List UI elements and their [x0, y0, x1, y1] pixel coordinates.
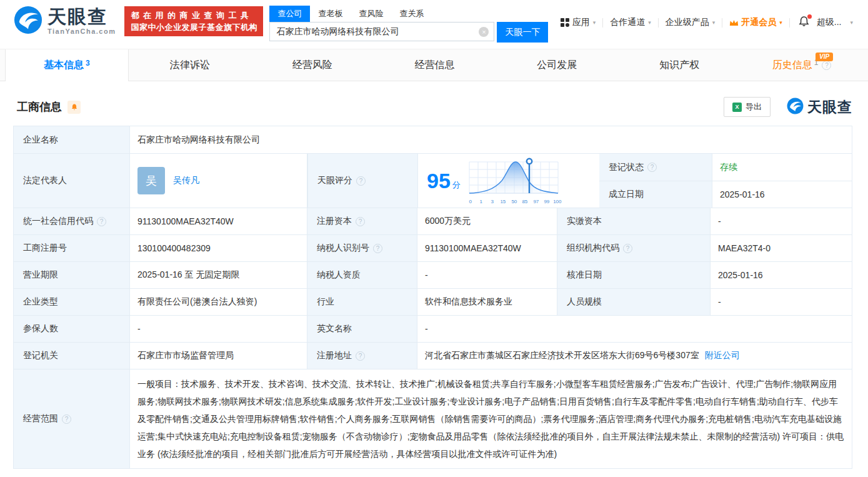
table-row: 法定代表人 吴 吴传凡 登记状态 ? 存续 天眼评分 ? 95 分	[14, 153, 852, 208]
search-area: 查公司 查老板 查风险 查关系 × 天眼一下	[269, 6, 551, 43]
nav-open-vip-label: 开通会员	[741, 17, 776, 28]
search-tab-boss[interactable]: 查老板	[310, 6, 351, 22]
paid-capital-value: -	[710, 208, 852, 234]
search-tab-company[interactable]: 查公司	[269, 6, 310, 22]
scope-value: 一般项目：技术服务、技术开发、技术咨询、技术交流、技术转让、技术推广;机械设备租…	[129, 369, 852, 468]
section-header: 工商信息 X 导出 天眼查	[17, 97, 852, 117]
slogan-banner: 都在用的商业查询工具 国家中小企业发展子基金旗下机构	[124, 6, 263, 36]
search-button[interactable]: 天眼一下	[497, 22, 548, 43]
legal-rep-cell: 吴 吴传凡	[129, 154, 307, 208]
nav-account[interactable]: 超级... ▾	[817, 17, 853, 28]
search-tab-relation[interactable]: 查关系	[391, 6, 432, 22]
company-type-label: 企业类型	[14, 289, 129, 315]
tab-legal-suits[interactable]: 法律诉讼	[129, 49, 251, 81]
slogan-line1: 都在用的商业查询工具	[131, 9, 257, 21]
chevron-down-icon: ▾	[712, 19, 716, 26]
export-button[interactable]: X 导出	[724, 97, 771, 117]
slogan-line2: 国家中小企业发展子基金旗下机构	[131, 21, 257, 33]
help-icon[interactable]: ?	[356, 176, 366, 186]
company-name-value: 石家庄市哈动网络科技有限公司	[129, 126, 852, 153]
help-icon[interactable]: ?	[623, 244, 632, 253]
table-row: 参保人数 - 英文名称 -	[14, 315, 852, 342]
tab-history-info[interactable]: VIP 历史信息 1 ?	[741, 49, 863, 81]
tab-count-badge: 3	[86, 59, 90, 68]
table-row: 企业类型 有限责任公司(港澳台法人独资) 行业 软件和信息技术服务业 人员规模 …	[14, 288, 852, 315]
est-date-value: 2025-01-16	[712, 181, 852, 208]
tab-history-info-label: 历史信息	[772, 59, 812, 72]
nearby-companies-link[interactable]: 附近公司	[705, 350, 740, 361]
tab-company-development[interactable]: 公司发展	[496, 49, 618, 81]
taxpayer-no-value: 91130100MAEA32T40W	[417, 235, 557, 261]
chart-tick: 1	[480, 199, 482, 204]
tianyancha-swirl-icon	[787, 98, 804, 117]
staff-size-value: -	[710, 289, 852, 315]
top-nav: 应用 ▾ 合作通道 ▾ 企业级产品 ▾ 开通会员 ▾	[561, 16, 853, 29]
nav-open-vip[interactable]: 开通会员 ▾	[729, 17, 782, 28]
nav-divider	[722, 18, 722, 28]
table-row: 经营范围 ? 一般项目：技术服务、技术开发、技术咨询、技术交流、技术转让、技术推…	[14, 369, 852, 468]
authority-label: 登记机关	[14, 343, 129, 369]
english-name-label: 英文名称	[307, 316, 417, 342]
tab-intellectual-property[interactable]: 知识产权	[618, 49, 741, 81]
company-name-label: 企业名称	[14, 126, 129, 153]
score-distribution-chart: 0 1 3 15 50 85 97 99 100	[467, 157, 562, 204]
table-row: 营业期限 2025-01-16 至 无固定期限 纳税人资质 - 核准日期 202…	[14, 261, 852, 288]
scope-label-text: 经营范围	[23, 413, 58, 424]
nested-status-table: 登记状态 ? 存续 天眼评分 ? 95 分	[307, 154, 852, 208]
nav-partner[interactable]: 合作通道 ▾	[610, 17, 651, 28]
help-icon[interactable]: ?	[647, 163, 657, 172]
tab-company-development-label: 公司发展	[537, 59, 577, 72]
help-icon[interactable]: ?	[373, 244, 382, 253]
search-input[interactable]	[269, 22, 494, 41]
approval-date-label: 核准日期	[557, 262, 710, 288]
taxpayer-no-label-text: 纳税人识别号	[317, 243, 369, 254]
chart-tick: 85	[522, 199, 527, 204]
address-label-text: 注册地址	[317, 350, 352, 361]
help-icon[interactable]: ?	[62, 414, 71, 424]
chart-tick: 97	[533, 199, 539, 204]
legal-rep-link[interactable]: 吴传凡	[173, 175, 199, 186]
org-code-label-text: 组织机构代码	[567, 243, 619, 254]
term-label: 营业期限	[14, 262, 129, 288]
table-row: 登记机关 石家庄市市场监督管理局 注册地址 ? 河北省石家庄市藁城区石家庄经济技…	[14, 342, 852, 369]
logo-brand-text: 天眼查	[47, 8, 116, 26]
vip-badge: VIP	[816, 53, 833, 61]
taxpayer-quality-label: 纳税人资质	[307, 262, 417, 288]
tab-intellectual-property-label: 知识产权	[659, 59, 699, 72]
tab-operating-risk[interactable]: 经营风险	[251, 49, 374, 81]
tab-basic-info[interactable]: 基本信息 3	[5, 49, 129, 81]
nav-apps[interactable]: 应用 ▾	[561, 17, 596, 28]
tianyancha-swirl-icon	[14, 6, 42, 37]
tab-operating-info[interactable]: 经营信息	[374, 49, 496, 81]
help-icon[interactable]: ?	[356, 351, 365, 361]
chevron-down-icon: ▾	[779, 19, 782, 26]
address-value-cell: 河北省石家庄市藁城区石家庄经济技术开发区塔东大街69号6号楼307室 附近公司	[417, 343, 852, 369]
tab-legal-suits-label: 法律诉讼	[170, 59, 210, 72]
help-icon[interactable]: ?	[356, 217, 365, 226]
brand-stamp-text: 天眼查	[807, 98, 852, 117]
est-date-label: 成立日期	[599, 181, 712, 208]
chart-tick: 0	[469, 199, 472, 204]
help-icon[interactable]: ?	[822, 61, 831, 70]
score-label: 天眼评分 ?	[307, 154, 417, 208]
avatar[interactable]: 吴	[137, 167, 165, 194]
subscribe-bell-icon[interactable]	[67, 101, 81, 114]
reg-capital-value: 6000万美元	[417, 208, 557, 234]
excel-icon: X	[732, 103, 742, 112]
reg-capital-label: 注册资本 ?	[307, 208, 417, 234]
brand-stamp: 天眼查	[787, 98, 852, 117]
help-icon[interactable]: ?	[97, 217, 106, 226]
section-title: 工商信息	[17, 99, 62, 114]
notification-dot	[807, 14, 812, 19]
notification-bell-icon[interactable]	[798, 16, 810, 29]
org-code-value: MAEA32T4-0	[710, 235, 852, 261]
industry-label: 行业	[307, 289, 417, 315]
reg-no-value: 130100400482309	[129, 235, 307, 261]
tianyancha-logo[interactable]: 天眼查 TianYanCha.com	[14, 6, 116, 37]
chart-tick: 99	[544, 199, 549, 204]
scope-label: 经营范围 ?	[14, 369, 129, 468]
nav-enterprise[interactable]: 企业级产品 ▾	[666, 17, 716, 28]
search-tab-risk[interactable]: 查风险	[351, 6, 391, 22]
reg-status-label-text: 登记状态	[609, 162, 644, 173]
table-row: 统一社会信用代码 ? 91130100MAEA32T40W 注册资本 ? 600…	[14, 208, 852, 234]
